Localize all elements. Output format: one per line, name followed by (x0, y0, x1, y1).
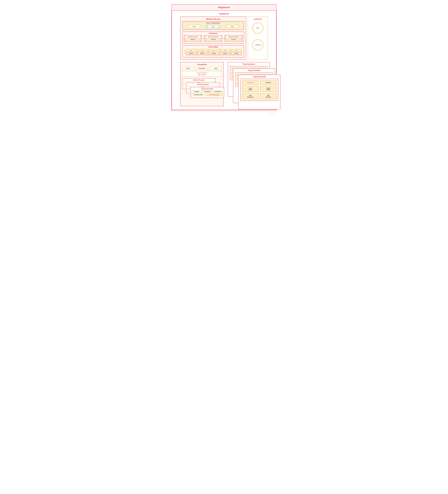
dispatcher-poll: poll (206, 25, 220, 28)
conn-output-buffer: OutputBuffer (260, 86, 277, 92)
thread-pool-title: ThreadPoll (182, 63, 222, 67)
thread-pool-props: isStart ThreadNum index (182, 67, 222, 70)
bottom-row: ThreadPoll isStart ThreadNum index struc… (174, 60, 274, 106)
dispatcher-select: select (225, 25, 239, 28)
conn-http-request: HttpRequest (260, 93, 277, 99)
task-queue-title: TaskQueue (184, 32, 243, 35)
channel-map-title: ChannelMap (184, 46, 242, 49)
task-queue-row: channel_element channel channel_element (184, 35, 243, 42)
top-row: MainEventLoop event_dispatcher epoll pol… (174, 16, 274, 60)
diagram-root: HttpServer TcpServer MainEventLoop event… (171, 4, 277, 111)
listener-box: Listerner Port ListenFd (248, 16, 268, 60)
channel-element: channel_element channel (184, 35, 202, 42)
port-circle: Port (252, 22, 264, 34)
prop-isstart: isStart (182, 67, 194, 70)
listenfd-circle: ListenFd (252, 39, 264, 51)
channel-map-cell: 0 channel (184, 49, 197, 56)
tcp-connection-stack: TcpConntion1 TcpConntion2 (228, 62, 268, 106)
http-server-box: HttpServer TcpServer MainEventLoop event… (171, 4, 277, 111)
channel-map-cell: 2 channel (208, 49, 219, 56)
event-dispatcher-title: event_dispatcher (185, 22, 242, 25)
conn-eventloop: EventLoop (242, 80, 259, 85)
dispatcher-epoll: epoll (187, 25, 201, 28)
watermark: CSDN @铃铃铃 (268, 112, 276, 113)
channel-box: channel (186, 38, 200, 41)
prop-threadnum: ThreadNum (196, 67, 208, 70)
channel-map-cell: 1 channel (197, 49, 208, 56)
listener-title: Listerner (254, 17, 262, 22)
conn-http-response: HttpResponse (242, 93, 259, 99)
channel-map-cell: 4 channel (230, 49, 242, 56)
worker-stack: WorkerThread1 Thre Thre WorkerThread2 Th… (182, 78, 222, 100)
main-event-loop-title: MainEventLoop (182, 17, 244, 21)
channel-box: channel (227, 38, 241, 41)
tcp-server-title: TcpServer (174, 12, 274, 16)
channel-map-cell: 3 channel (219, 49, 231, 56)
tcp-connection-n: TcpConntionN EventLoop Channel InputBuff… (238, 75, 280, 109)
event-dispatcher-box: event_dispatcher epoll poll select (182, 21, 244, 30)
thread-pool-box: ThreadPoll isStart ThreadNum index struc… (180, 62, 224, 106)
channel-box: channel (206, 38, 220, 41)
channel-element: channel_element channel (225, 35, 243, 42)
tcp-server-box: TcpServer MainEventLoop event_dispatcher… (172, 11, 276, 110)
http-server-title: HttpServer (172, 4, 276, 11)
prop-index: index (210, 67, 222, 70)
channel-map-box: ChannelMap 0 channel 1 channel (182, 45, 244, 57)
channel-map-row: 0 channel 1 channel 2 chan (184, 49, 242, 56)
task-queue-box: TaskQueue channel_element channel (182, 32, 244, 44)
conn-channel: Channel (260, 80, 277, 85)
worker-thread-n: WorkerThreadN ThreadID ThreadName Thread… (190, 87, 224, 98)
event-dispatcher-row: epoll poll select (185, 25, 242, 28)
main-event-loop-box: MainEventLoop event_dispatcher epoll pol… (180, 16, 246, 60)
channel-element: channel_element channel (204, 35, 222, 42)
conn-input-buffer: InputBuffer (242, 86, 259, 92)
conn-body: EventLoop Channel InputBuffer OutputBuff… (240, 79, 278, 101)
struct-eventloop-main: struct EventLoop (属于主线程) (182, 71, 222, 76)
